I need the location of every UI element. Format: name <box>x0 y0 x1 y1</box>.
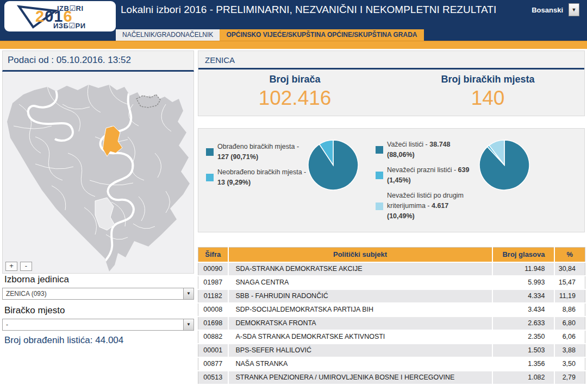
legend-item: Važeći listići - 38.748(88,06%) <box>376 140 491 160</box>
results-table: ŠifraPolitički subjektBroj glasova% 0009… <box>198 247 585 385</box>
party-name: DEMOKRATSKA FRONTA <box>228 317 492 330</box>
bosnia-map[interactable]: +- <box>2 72 194 274</box>
izbori-2016-logo: IZB☑RI 2016 ИЗБ☑РИ <box>4 1 116 31</box>
legend-item: Obrađeno biračkih mjesta -127 (90,71%) <box>206 142 321 162</box>
vote-percent: 6,06 <box>554 330 585 344</box>
vote-count: 3.434 <box>492 303 554 317</box>
party-code: 00882 <box>198 330 228 344</box>
vote-percent: 3,50 <box>554 357 585 371</box>
party-name: SDP-SOCIJALDEMOKRATSKA PARTIJA BIH <box>228 303 492 317</box>
legend-text: Nevažeći listići po drugim kriterijumima… <box>387 191 491 222</box>
party-code: 00877 <box>198 357 228 371</box>
column-header: % <box>554 248 585 262</box>
stat-cell: Broj biračkih mjesta140 <box>391 74 584 110</box>
vote-count: 5.993 <box>492 276 554 289</box>
polling-stations-legend: Obrađeno biračkih mjesta -127 (90,71%)Ne… <box>206 142 321 193</box>
table-row: 00001BPS-SEFER HALILOVIĆ1.5033,88 <box>198 344 585 357</box>
vote-count: 1.356 <box>492 357 554 371</box>
tab-nacelnik[interactable]: NAČELNIK/GRADONAČELNIK <box>116 29 220 41</box>
language-dropdown-button[interactable]: ▼ <box>569 3 579 16</box>
stats-row: Broj birača102.416Broj biračkih mjesta14… <box>198 69 584 110</box>
stat-value: 140 <box>391 87 584 110</box>
legend-item: Nevažeći prazni listići - 639(1,45%) <box>376 165 491 186</box>
table-row: 00090SDA-STRANKA DEMOKRATSKE AKCIJE11.94… <box>198 262 585 276</box>
column-header: Šifra <box>198 248 228 262</box>
results-table-header: ŠifraPolitički subjektBroj glasova% <box>198 248 585 262</box>
table-row: 00877NAŠA STRANKA1.3563,50 <box>198 357 585 371</box>
vote-count: 2.350 <box>492 330 554 344</box>
party-code: 01182 <box>198 289 228 303</box>
party-code: 00001 <box>198 344 228 357</box>
vote-percent: 3,88 <box>554 344 585 357</box>
country-shape <box>7 85 190 271</box>
table-row: 00882A-SDA STRANKA DEMOKRATSKE AKTIVNOST… <box>198 330 585 344</box>
stat-value: 102.416 <box>198 87 391 110</box>
constituency-select[interactable]: ZENICA (093) ▼ <box>2 288 194 300</box>
legend-swatch-icon <box>376 146 383 154</box>
election-results-page: IZB☑RI 2016 ИЗБ☑РИ Lokalni izbori 2016 -… <box>0 0 587 392</box>
party-name: BPS-SEFER HALILOVIĆ <box>228 344 492 357</box>
vote-percent: 6,80 <box>554 317 585 330</box>
logo-text-bottom: ИЗБ☑РИ <box>53 22 86 30</box>
constituency-label: Izborna jedinica <box>4 274 69 285</box>
map-zoom-in-button[interactable]: + <box>5 262 17 271</box>
constituency-selected-value: ZENICA (093) <box>6 290 47 298</box>
legend-text: Nevažeći prazni listići - 639(1,45%) <box>387 165 469 186</box>
tab-opcinsko-vijece[interactable]: OPĆINSKO VIJEĆE/SKUPŠTINA OPĆINE/SKUPŠTI… <box>220 29 423 41</box>
processed-ballots-count: Broj obrađenih listića: 44.004 <box>4 335 123 346</box>
table-row: 01987SNAGA CENTRA5.99315,47 <box>198 276 585 289</box>
vote-percent: 30,84 <box>554 262 585 276</box>
legend-text: Važeći listići - 38.748(88,06%) <box>387 140 451 160</box>
bosnia-map-svg <box>3 72 195 273</box>
vote-count: 11.948 <box>492 262 554 276</box>
party-name: SNAGA CENTRA <box>228 276 492 289</box>
table-row: 00513STRANKA PENZIONERA / UMIROVLJENIKA … <box>198 371 585 384</box>
party-name: STRANKA PENZIONERA / UMIROVLJENIKA BOSNE… <box>228 371 492 384</box>
region-summary-panel: ZENICA Broj birača102.416Broj biračkih m… <box>198 50 585 116</box>
party-name: SDA-STRANKA DEMOKRATSKE AKCIJE <box>228 262 492 276</box>
party-name: NAŠA STRANKA <box>228 357 492 371</box>
polling-stations-pie-chart <box>307 139 359 191</box>
party-code: 01987 <box>198 276 228 289</box>
chevron-down-icon[interactable]: ▼ <box>183 288 193 299</box>
vote-percent: 8,86 <box>554 303 585 317</box>
party-name: A-SDA STRANKA DEMOKRATSKE AKTIVNOSTI <box>228 330 492 344</box>
vote-percent: 2,79 <box>554 371 585 384</box>
ballots-pie-chart <box>478 139 530 191</box>
stat-label: Broj birača <box>198 74 391 85</box>
region-title: ZENICA <box>198 51 584 69</box>
polling-station-selected-value: - <box>6 321 8 328</box>
polling-station-label: Biračko mjesto <box>4 305 65 316</box>
map-zoom-out-button[interactable]: - <box>20 262 32 271</box>
column-header: Politički subjekt <box>228 248 492 262</box>
legend-item: Nevažeći listići po drugim kriterijumima… <box>376 191 491 222</box>
vote-count: 1.082 <box>492 371 554 384</box>
polling-station-select[interactable]: - ▼ <box>2 319 194 331</box>
accent-strip <box>0 41 587 49</box>
language-selected-label: Bosanski <box>532 6 563 14</box>
vote-count: 1.503 <box>492 344 554 357</box>
legend-swatch-icon <box>376 172 383 179</box>
stat-label: Broj biračkih mjesta <box>391 74 584 85</box>
pie-charts-panel: Obrađeno biračkih mjesta -127 (90,71%)Ne… <box>198 128 585 232</box>
header-bar: IZB☑RI 2016 ИЗБ☑РИ Lokalni izbori 2016 -… <box>0 0 587 41</box>
table-row: 01698DEMOKRATSKA FRONTA2.6336,80 <box>198 317 585 330</box>
party-code: 01698 <box>198 317 228 330</box>
map-zoom-controls: +- <box>5 261 35 271</box>
vote-percent: 11,19 <box>554 289 585 303</box>
ballots-legend: Važeći listići - 38.748(88,06%)Nevažeći … <box>376 140 491 226</box>
legend-swatch-icon <box>376 203 383 210</box>
legend-text: Obrađeno biračkih mjesta -127 (90,71%) <box>217 142 299 162</box>
stat-cell: Broj birača102.416 <box>198 74 391 110</box>
chevron-down-icon[interactable]: ▼ <box>183 319 193 330</box>
legend-text: Neobrađeno biračkih mjesta -13 (9,29%) <box>217 167 306 188</box>
party-code: 00008 <box>198 303 228 317</box>
party-code: 00090 <box>198 262 228 276</box>
vote-percent: 15,47 <box>554 276 585 289</box>
page-title: Lokalni izbori 2016 - PRELIMINARNI, NEZV… <box>121 4 496 16</box>
data-timestamp: Podaci od : 05.10.2016. 13:52 <box>2 50 194 72</box>
vote-count: 2.633 <box>492 317 554 330</box>
party-code: 00513 <box>198 371 228 384</box>
column-header: Broj glasova <box>492 248 554 262</box>
legend-swatch-icon <box>206 174 214 181</box>
